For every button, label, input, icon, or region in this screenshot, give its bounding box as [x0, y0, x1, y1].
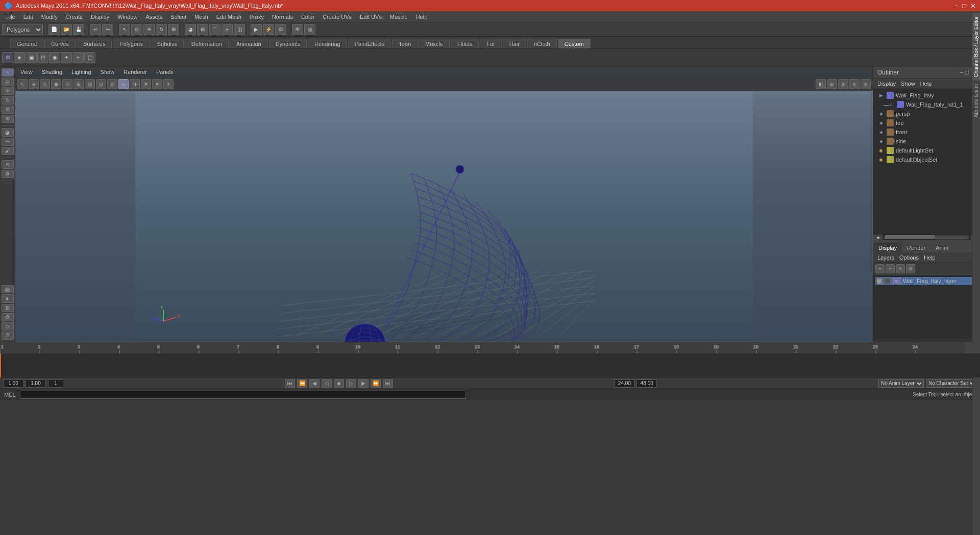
- menu-edit-uvs[interactable]: Edit UVs: [356, 13, 386, 21]
- shelf-hair[interactable]: Hair: [503, 39, 526, 48]
- shelf-animation[interactable]: Animation: [230, 39, 268, 48]
- smooth-btn[interactable]: ◎: [304, 24, 315, 35]
- vp-icon-wireframe[interactable]: ⊟: [118, 79, 129, 89]
- outliner-scroll-track[interactable]: [885, 235, 969, 239]
- menu-edit[interactable]: Edit: [19, 13, 37, 21]
- attribute-editor-btn[interactable]: ⊞: [2, 304, 14, 312]
- playback-start-input[interactable]: [3, 379, 23, 388]
- menu-display[interactable]: Display: [87, 13, 113, 21]
- range-end-input[interactable]: [636, 379, 657, 388]
- scale-tool-btn[interactable]: ⊞: [2, 106, 14, 114]
- layer-vis-wallflag[interactable]: V: [876, 278, 883, 284]
- soft-select-btn[interactable]: ◕: [185, 24, 196, 35]
- shelf-general[interactable]: General: [10, 39, 43, 48]
- custom-tool-btn[interactable]: ⚙: [2, 170, 14, 178]
- menu-create[interactable]: Create: [62, 13, 87, 21]
- rendersettings-btn[interactable]: ⚙: [275, 24, 286, 35]
- move-btn[interactable]: ✛: [143, 24, 155, 35]
- prev-keyframe-btn[interactable]: ◀: [309, 379, 320, 388]
- go-start-btn[interactable]: ⏮: [285, 379, 295, 388]
- mode-dropdown[interactable]: Polygons: [2, 24, 43, 35]
- tool-settings-btn[interactable]: ⚙: [2, 313, 14, 321]
- select-btn[interactable]: ↖: [119, 24, 130, 35]
- layer-type-wallflag[interactable]: R: [893, 278, 901, 284]
- outliner-item-lightset[interactable]: ◉ defaultLightSet: [875, 146, 978, 155]
- outliner-help-menu[interactable]: Help: [918, 80, 934, 88]
- snap-btn[interactable]: ◇: [2, 322, 14, 330]
- snap-curve-btn[interactable]: ⌒: [209, 24, 220, 35]
- viewport[interactable]: View Shading Lighting Show Renderer Pane…: [15, 66, 873, 342]
- shelf-icon-4[interactable]: ⊡: [37, 52, 48, 63]
- rotate-btn[interactable]: ↻: [156, 24, 167, 35]
- stop-btn[interactable]: ■: [334, 379, 344, 388]
- layers-btn[interactable]: ▤: [2, 285, 14, 293]
- vp-icon-9[interactable]: ⊘: [107, 79, 117, 89]
- viewport-show-menu[interactable]: Show: [97, 68, 118, 76]
- layer-option-btn[interactable]: ⚙: [906, 264, 915, 273]
- lasso-btn[interactable]: ⊙: [131, 24, 142, 35]
- title-bar-controls[interactable]: − □ ✕: [954, 2, 976, 10]
- layer-tab-anim[interactable]: Anim: [930, 243, 953, 252]
- viewport-lighting-menu[interactable]: Lighting: [68, 68, 94, 76]
- scale-btn[interactable]: ⊞: [168, 24, 179, 35]
- shelf-subdivs[interactable]: Subdivs: [151, 39, 184, 48]
- soft-modification-btn[interactable]: ◕: [2, 128, 14, 136]
- shelf-icon-1[interactable]: ⚙: [2, 52, 13, 63]
- step-forward-btn[interactable]: ⏩: [371, 379, 381, 388]
- vp-icon-7[interactable]: ▤: [85, 79, 95, 89]
- vp-icon-d[interactable]: ⊚: [849, 79, 860, 89]
- shelf-painteffects[interactable]: PaintEffects: [348, 39, 391, 48]
- menu-file[interactable]: File: [2, 13, 19, 21]
- show-manipulator-btn[interactable]: ⊙: [2, 160, 14, 168]
- outliner-minimize-btn[interactable]: −: [960, 69, 963, 76]
- shelf-polygons[interactable]: Polygons: [113, 39, 149, 48]
- menu-normals[interactable]: Normals: [268, 13, 297, 21]
- render-btn[interactable]: ▶: [251, 24, 262, 35]
- paint-tool-btn[interactable]: 🖌: [2, 147, 14, 155]
- menu-muscle[interactable]: Muscle: [386, 13, 412, 21]
- show-hide-btn[interactable]: 👁: [292, 24, 303, 35]
- move-tool-btn[interactable]: ✛: [2, 87, 14, 95]
- layer-help-menu[interactable]: Help: [922, 253, 938, 262]
- shelf-icon-3[interactable]: ▣: [26, 52, 37, 63]
- close-btn[interactable]: ✕: [970, 2, 976, 10]
- menu-assets[interactable]: Assets: [141, 13, 166, 21]
- sculpt-btn[interactable]: ✏: [2, 138, 14, 146]
- shelf-fluids[interactable]: Fluids: [451, 39, 479, 48]
- vp-icon-4[interactable]: ▣: [51, 79, 61, 89]
- outliner-btn[interactable]: ≣: [2, 332, 14, 340]
- playback-end-input[interactable]: [26, 379, 46, 388]
- outliner-restore-btn[interactable]: □: [965, 69, 969, 76]
- viewport-view-menu[interactable]: View: [17, 68, 36, 76]
- shelf-deformation[interactable]: Deformation: [185, 39, 229, 48]
- rotate-tool-btn[interactable]: ↻: [2, 96, 14, 104]
- shelf-fur[interactable]: Fur: [480, 39, 502, 48]
- attribute-editor-tab[interactable]: Attribute Editor: [972, 81, 980, 120]
- new-scene-btn[interactable]: 📄: [48, 24, 60, 35]
- outliner-display-menu[interactable]: Display: [875, 80, 898, 88]
- mel-input[interactable]: [20, 391, 466, 399]
- channel-box-btn[interactable]: ≡: [2, 294, 14, 302]
- menu-color[interactable]: Color: [297, 13, 318, 21]
- menu-mesh[interactable]: Mesh: [190, 13, 212, 21]
- vp-icon-e[interactable]: ⊛: [861, 79, 871, 89]
- outliner-item-wallflag-nd1[interactable]: — ○ Wall_Flag_Italy_nd1_1: [875, 100, 978, 109]
- outliner-show-menu[interactable]: Show: [899, 80, 917, 88]
- viewport-panels-menu[interactable]: Panels: [153, 68, 177, 76]
- layer-tab-display[interactable]: Display: [873, 243, 902, 252]
- anim-layer-select[interactable]: No Anim Layer: [878, 379, 924, 388]
- redo-btn[interactable]: ↪: [102, 24, 113, 35]
- undo-btn[interactable]: ↩: [90, 24, 101, 35]
- outliner-item-side[interactable]: ◈ side: [875, 137, 978, 146]
- vp-icon-2[interactable]: ◈: [29, 79, 39, 89]
- snap-point-btn[interactable]: +: [222, 24, 233, 35]
- minimize-btn[interactable]: −: [954, 2, 959, 10]
- outliner-scroll-left[interactable]: ◂: [873, 235, 883, 240]
- vp-icon-6[interactable]: ⊞: [74, 79, 84, 89]
- outliner-item-wallflag[interactable]: ▶ Wall_Flag_Italy: [875, 91, 978, 100]
- vp-icon-c[interactable]: ⊗: [838, 79, 848, 89]
- menu-help[interactable]: Help: [412, 13, 432, 21]
- shelf-icon-8[interactable]: ◫: [84, 52, 95, 63]
- layer-new-btn[interactable]: +: [875, 264, 885, 273]
- outliner-item-top[interactable]: ◈ top: [875, 118, 978, 128]
